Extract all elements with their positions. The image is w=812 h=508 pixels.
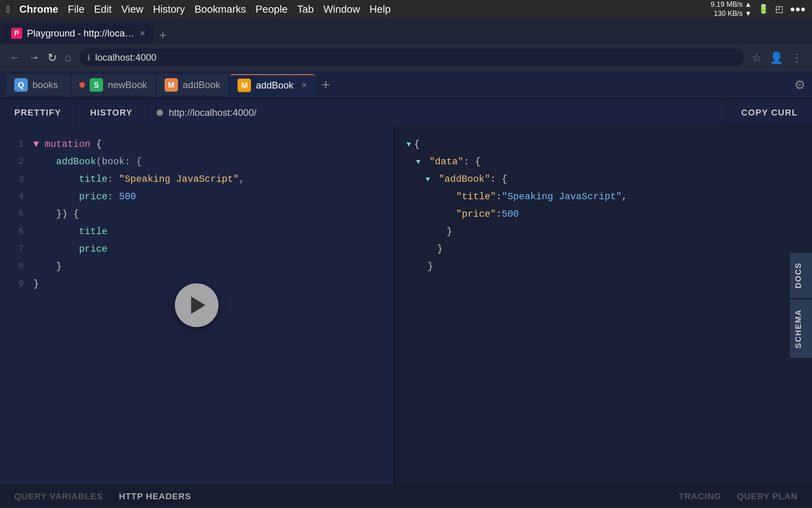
- resp-line-7: }: [395, 241, 789, 258]
- docs-tab-button[interactable]: DOCS: [790, 253, 812, 298]
- resp-line-2: ▼ "data": {: [395, 153, 789, 171]
- tab-title: Playground - http://localhost:400: [27, 28, 134, 39]
- menu-view[interactable]: View: [121, 3, 144, 15]
- menu-people[interactable]: People: [256, 3, 288, 15]
- lock-icon: ℹ: [87, 53, 90, 62]
- forward-button[interactable]: →: [29, 51, 40, 64]
- tab-letter-m1: M: [165, 78, 178, 92]
- tab-newbook[interactable]: S newBook: [71, 74, 155, 96]
- prettify-button[interactable]: PRETTIFY: [0, 99, 76, 126]
- menu-dots-icon[interactable]: ⋮: [791, 51, 802, 64]
- query-editor[interactable]: 1 ▼ mutation { 2 addBook(book: { 3 title…: [0, 126, 394, 484]
- network-stats: 9.19 MB/s ▲130 KB/s ▼: [710, 0, 752, 18]
- right-sidebar: DOCS SCHEMA: [790, 126, 812, 484]
- editor-area: 1 ▼ mutation { 2 addBook(book: { 3 title…: [0, 126, 812, 484]
- code-line-5: 5 }) {: [0, 206, 394, 223]
- tab-letter-q: Q: [14, 78, 28, 92]
- bookmark-icon[interactable]: ☆: [752, 51, 762, 64]
- resp-line-3: ▼ "addBook": {: [395, 171, 789, 188]
- home-button[interactable]: ⌂: [65, 51, 71, 64]
- menu-history[interactable]: History: [153, 3, 185, 15]
- tab-books-label: books: [33, 79, 58, 90]
- play-icon: [191, 296, 205, 314]
- schema-tab-button[interactable]: SCHEMA: [790, 300, 812, 358]
- history-button[interactable]: HISTORY: [76, 99, 147, 126]
- tab-addbook2-label: addBook: [256, 80, 293, 91]
- query-plan-button[interactable]: QUERY PLAN: [737, 491, 798, 502]
- endpoint-dot: [157, 110, 163, 116]
- resp-line-8: }: [395, 258, 789, 275]
- tab-dot: [79, 82, 85, 88]
- playground-tabs: Q books S newBook M addBook M addBook ✕ …: [0, 71, 812, 99]
- tab-addbook1[interactable]: M addBook: [157, 74, 228, 96]
- reload-button[interactable]: ↻: [48, 51, 57, 64]
- tab-close-btn[interactable]: ✕: [139, 29, 146, 38]
- mac-menubar:  Chrome File Edit View History Bookmark…: [0, 0, 812, 18]
- settings-icon[interactable]: ⚙: [794, 77, 806, 92]
- add-tab-button[interactable]: +: [317, 77, 335, 93]
- playground-container: Q books S newBook M addBook M addBook ✕ …: [0, 71, 812, 508]
- resp-line-1: ▼ {: [395, 136, 789, 153]
- address-bar[interactable]: ℹ localhost:4000: [79, 48, 744, 67]
- wifi-icon: ◰: [775, 4, 783, 14]
- code-line-8: 8 }: [0, 258, 394, 275]
- code-line-1: 1 ▼ mutation {: [0, 136, 394, 153]
- new-tab-button[interactable]: +: [155, 29, 171, 42]
- menu-tab[interactable]: Tab: [297, 3, 314, 15]
- menu-extra1: ●●●: [790, 4, 806, 14]
- tab-favicon: P: [11, 28, 22, 39]
- resp-line-6: }: [395, 223, 789, 241]
- code-line-6: 6 title: [0, 223, 394, 241]
- menu-chrome[interactable]: Chrome: [19, 3, 58, 15]
- action-bar: PRETTIFY HISTORY http://localhost:4000/ …: [0, 99, 812, 126]
- addressbar-right: ☆ 👤 ⋮: [752, 51, 802, 64]
- menubar-right: 9.19 MB/s ▲130 KB/s ▼ 🔋 ◰ ●●●: [710, 0, 806, 18]
- response-panel: ▼ { ▼ "data": { ▼ "addBook": { "title": …: [395, 126, 812, 484]
- tab-addbook2-close[interactable]: ✕: [301, 81, 307, 90]
- chrome-tabbar: P Playground - http://localhost:400 ✕ +: [0, 18, 812, 44]
- play-button[interactable]: [175, 283, 218, 327]
- tab-addbook2[interactable]: M addBook ✕: [230, 74, 315, 96]
- copy-curl-button[interactable]: COPY CURL: [726, 99, 812, 126]
- resp-line-4: "title": "Speaking JavaScript",: [395, 188, 789, 206]
- tab-letter-s: S: [90, 78, 103, 92]
- profile-icon[interactable]: 👤: [770, 51, 783, 64]
- back-button[interactable]: ←: [10, 51, 21, 64]
- chrome-tab-active[interactable]: P Playground - http://localhost:400 ✕: [3, 23, 154, 44]
- menu-items: Chrome File Edit View History Bookmarks …: [19, 3, 391, 15]
- tab-newbook-label: newBook: [108, 79, 147, 90]
- endpoint-url[interactable]: http://localhost:4000/: [169, 107, 256, 118]
- tab-letter-m2: M: [237, 79, 251, 92]
- apple-icon[interactable]: : [6, 4, 10, 15]
- code-line-7: 7 price: [0, 241, 394, 258]
- resp-line-5: "price": 500: [395, 206, 789, 223]
- http-headers-button[interactable]: HTTP HEADERS: [119, 491, 192, 502]
- chrome-addressbar: ← → ↻ ⌂ ℹ localhost:4000 ☆ 👤 ⋮: [0, 44, 812, 71]
- bottom-right: TRACING QUERY PLAN: [679, 491, 798, 502]
- query-variables-button[interactable]: QUERY VARIABLES: [14, 491, 103, 502]
- menu-window[interactable]: Window: [323, 3, 360, 15]
- menu-edit[interactable]: Edit: [94, 3, 112, 15]
- code-line-2: 2 addBook(book: {: [0, 153, 394, 171]
- tab-books[interactable]: Q books: [6, 74, 70, 96]
- endpoint-bar: http://localhost:4000/: [147, 99, 726, 126]
- battery-icon: 🔋: [758, 4, 769, 14]
- menu-help[interactable]: Help: [370, 3, 391, 15]
- bottom-bar: QUERY VARIABLES HTTP HEADERS TRACING QUE…: [0, 484, 812, 508]
- code-line-3: 3 title: "Speaking JavaScript",: [0, 171, 394, 188]
- code-line-4: 4 price: 500: [0, 188, 394, 206]
- menu-bookmarks[interactable]: Bookmarks: [195, 3, 246, 15]
- tracing-button[interactable]: TRACING: [679, 491, 721, 502]
- tab-addbook1-label: addBook: [183, 79, 220, 90]
- menu-file[interactable]: File: [68, 3, 84, 15]
- url-text: localhost:4000: [95, 52, 157, 63]
